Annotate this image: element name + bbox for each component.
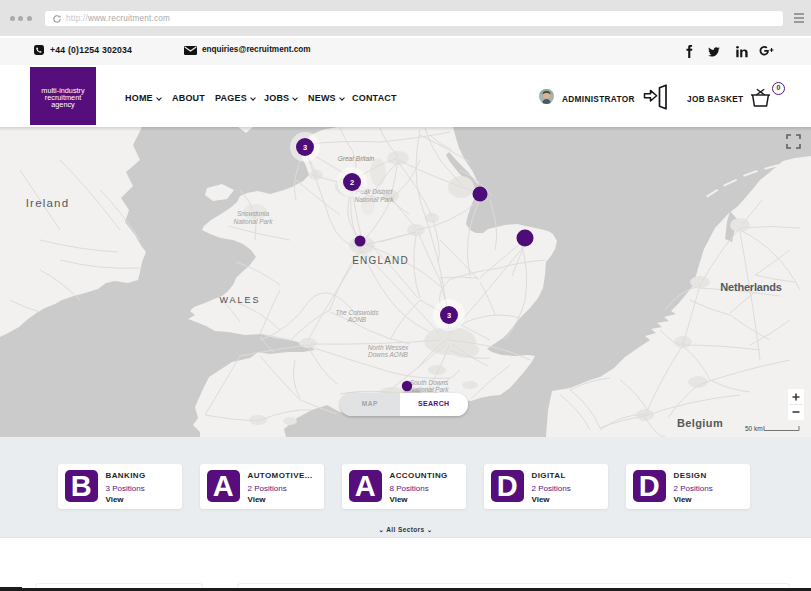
svg-text:Ireland: Ireland: [26, 197, 70, 209]
svg-text:WALES: WALES: [219, 295, 260, 305]
svg-text:Downs AONB: Downs AONB: [368, 351, 409, 358]
svg-text:AONB: AONB: [347, 316, 367, 323]
svg-text:3: 3: [303, 143, 307, 152]
svg-text:Netherlands: Netherlands: [720, 281, 781, 293]
svg-text:Great Britain: Great Britain: [338, 155, 375, 162]
svg-text:National Park: National Park: [233, 218, 273, 225]
svg-text:National Park: National Park: [409, 386, 449, 393]
svg-text:The Cotswolds: The Cotswolds: [336, 309, 380, 316]
svg-text:3: 3: [447, 311, 451, 320]
svg-text:National Park: National Park: [354, 196, 394, 203]
svg-text:ENGLAND: ENGLAND: [352, 255, 409, 266]
svg-text:50 km: 50 km: [745, 425, 763, 432]
svg-text:South Downs: South Downs: [410, 379, 449, 386]
svg-text:North Wessex: North Wessex: [368, 344, 409, 351]
svg-text:2: 2: [350, 178, 354, 187]
svg-text:Snowdonia: Snowdonia: [237, 210, 270, 217]
svg-text:Belgium: Belgium: [677, 417, 723, 429]
